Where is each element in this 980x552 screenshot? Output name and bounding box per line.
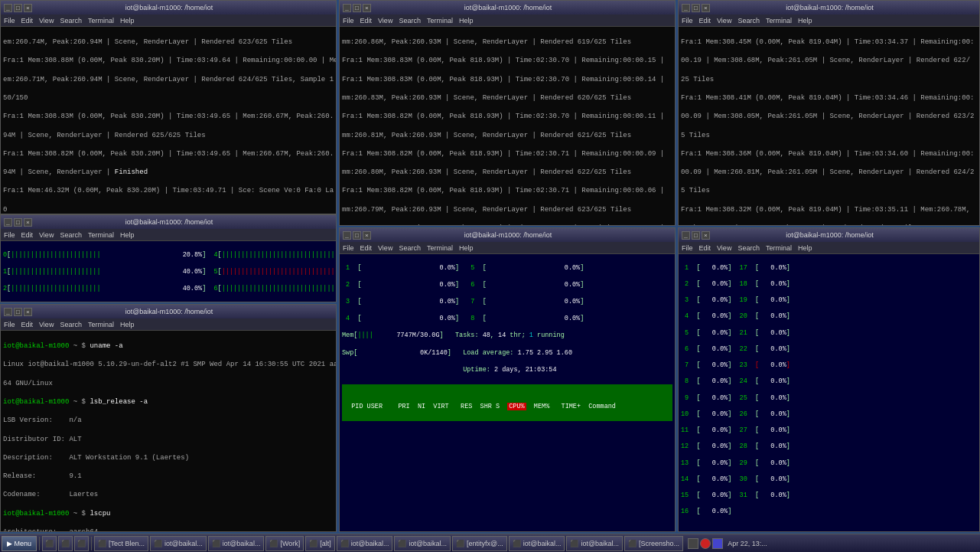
lscpu-menu-view[interactable]: View: [39, 321, 54, 328]
taskbar-item-alt[interactable]: ⬛ [alt]: [305, 536, 335, 551]
right-htop-menu-terminal[interactable]: Terminal: [766, 244, 792, 252]
menu-help-r[interactable]: Help: [798, 17, 812, 24]
start-button[interactable]: ▶ Menu: [2, 536, 37, 551]
menu-bar-m[interactable]: File Edit View Search Terminal Help: [340, 15, 675, 27]
htop-controls[interactable]: _ □ ×: [4, 218, 32, 227]
top-right-terminal[interactable]: _ □ × iot@baikal-m1000: /home/iot File E…: [678, 0, 980, 226]
right-htop-menu-view[interactable]: View: [717, 244, 731, 252]
lscpu-menu-help[interactable]: Help: [120, 321, 135, 328]
taskbar-item-iot5[interactable]: ⬛ iot@baikal...: [509, 536, 565, 551]
middle-htop-menu-help[interactable]: Help: [459, 244, 474, 252]
taskbar-item-iot4[interactable]: ⬛ iot@baikal...: [394, 536, 451, 551]
close-btn-m[interactable]: ×: [363, 4, 371, 12]
htop-menu-terminal[interactable]: Terminal: [88, 231, 114, 239]
right-htop-menu-file[interactable]: File: [682, 244, 693, 252]
menu-view[interactable]: View: [39, 17, 54, 24]
top-middle-terminal[interactable]: _ □ × iot@baikal-m1000: /home/iot File E…: [339, 0, 676, 226]
middle-htop-menu-edit[interactable]: Edit: [360, 244, 373, 252]
htop-minimize[interactable]: _: [4, 218, 12, 227]
window-controls-r[interactable]: _ □ ×: [682, 4, 710, 12]
taskbar-item-iot6[interactable]: ⬛ iot@baikal...: [566, 536, 623, 551]
menu-edit-r[interactable]: Edit: [699, 17, 711, 24]
window-controls-m[interactable]: _ □ ×: [343, 4, 371, 12]
menu-file-r[interactable]: File: [682, 17, 693, 24]
menu-terminal-m[interactable]: Terminal: [427, 17, 453, 24]
right-htop-minimize[interactable]: _: [682, 231, 690, 240]
window-controls[interactable]: _ □ ×: [4, 4, 32, 12]
htop-menu-edit[interactable]: Edit: [21, 231, 34, 239]
menu-search[interactable]: Search: [60, 17, 82, 24]
tray-icon-2[interactable]: [700, 538, 711, 549]
lscpu-close[interactable]: ×: [24, 308, 32, 316]
menu-file-m[interactable]: File: [343, 17, 354, 24]
lscpu-terminal[interactable]: _ □ × iot@baikal-m1000: /home/iot File E…: [0, 304, 337, 532]
maximize-btn[interactable]: □: [14, 4, 22, 12]
middle-htop-menu-view[interactable]: View: [378, 244, 392, 252]
menu-file[interactable]: File: [4, 17, 15, 24]
taskbar-item-blender[interactable]: ⬛ [Tect Blen...: [94, 536, 148, 551]
htop-menu[interactable]: File Edit View Search Terminal Help: [1, 229, 336, 241]
lscpu-menu-edit[interactable]: Edit: [21, 321, 34, 328]
menu-view-m[interactable]: View: [378, 17, 392, 24]
menu-bar[interactable]: File Edit View Search Terminal Help: [1, 15, 336, 27]
quicklaunch-1[interactable]: ⬛: [42, 536, 57, 551]
minimize-btn[interactable]: _: [4, 4, 12, 12]
close-btn[interactable]: ×: [24, 4, 32, 12]
middle-htop-controls[interactable]: _ □ ×: [343, 231, 371, 240]
lscpu-menu-file[interactable]: File: [4, 321, 15, 328]
htop-menu-help[interactable]: Help: [120, 231, 135, 239]
lscpu-menu[interactable]: File Edit View Search Terminal Help: [1, 318, 336, 331]
tray-icon-1[interactable]: [688, 538, 698, 549]
taskbar-item-entity[interactable]: ⬛ [entityfx@...: [452, 536, 507, 551]
quicklaunch-2[interactable]: ⬛: [58, 536, 73, 551]
middle-htop-minimize[interactable]: _: [343, 231, 351, 240]
menu-search-m[interactable]: Search: [399, 17, 421, 24]
htop-maximize[interactable]: □: [14, 218, 22, 227]
right-htop-menu-search[interactable]: Search: [737, 244, 760, 252]
maximize-btn-r[interactable]: □: [692, 4, 700, 12]
taskbar-item-iot3[interactable]: ⬛ iot@baikal...: [337, 536, 393, 551]
quicklaunch-3[interactable]: ⬛: [74, 536, 89, 551]
menu-view-r[interactable]: View: [717, 17, 731, 24]
middle-htop-maximize[interactable]: □: [353, 231, 361, 240]
menu-help-m[interactable]: Help: [459, 17, 474, 24]
middle-htop-close[interactable]: ×: [363, 231, 371, 240]
middle-htop-menu-file[interactable]: File: [343, 244, 354, 252]
htop-menu-search[interactable]: Search: [60, 231, 82, 239]
close-btn-r[interactable]: ×: [702, 4, 710, 12]
menu-edit[interactable]: Edit: [21, 17, 34, 24]
tray-icon-3[interactable]: [712, 538, 723, 549]
htop-window[interactable]: _ □ × iot@baikal-m1000: /home/iot File E…: [0, 214, 337, 302]
menu-terminal-r[interactable]: Terminal: [766, 17, 792, 24]
taskbar-item-iot1[interactable]: ⬛ iot@baikal...: [150, 536, 207, 551]
right-htop-maximize[interactable]: □: [692, 231, 700, 240]
top-left-terminal[interactable]: _ □ × iot@baikal-m1000: /home/iot File E…: [0, 0, 337, 214]
middle-htop-menu-search[interactable]: Search: [399, 244, 421, 252]
middle-htop-menu[interactable]: File Edit View Search Terminal Help: [340, 242, 675, 254]
menu-edit-m[interactable]: Edit: [360, 17, 373, 24]
lscpu-menu-terminal[interactable]: Terminal: [88, 321, 114, 328]
htop-close[interactable]: ×: [24, 218, 32, 227]
minimize-btn-m[interactable]: _: [343, 4, 351, 12]
menu-help[interactable]: Help: [120, 17, 135, 24]
lscpu-minimize[interactable]: _: [4, 308, 12, 316]
right-htop[interactable]: _ □ × iot@baikal-m1000: /home/iot File E…: [678, 227, 980, 532]
htop-menu-view[interactable]: View: [39, 231, 54, 239]
menu-bar-r[interactable]: File Edit View Search Terminal Help: [679, 15, 979, 27]
taskbar-item-work[interactable]: ⬛ [Work]: [265, 536, 304, 551]
lscpu-menu-search[interactable]: Search: [60, 321, 82, 328]
right-htop-menu[interactable]: File Edit View Search Terminal Help: [679, 242, 979, 254]
maximize-btn-m[interactable]: □: [353, 4, 361, 12]
right-htop-controls[interactable]: _ □ ×: [682, 231, 710, 240]
right-htop-menu-edit[interactable]: Edit: [699, 244, 711, 252]
taskbar-item-screenshot[interactable]: ⬛ [Screensho...: [624, 536, 683, 551]
taskbar-item-iot2[interactable]: ⬛ iot@baikal...: [208, 536, 265, 551]
middle-htop-menu-terminal[interactable]: Terminal: [427, 244, 453, 252]
middle-htop[interactable]: _ □ × iot@baikal-m1000: /home/iot File E…: [339, 227, 676, 532]
lscpu-controls[interactable]: _ □ ×: [4, 308, 32, 316]
menu-search-r[interactable]: Search: [737, 17, 760, 24]
menu-terminal[interactable]: Terminal: [88, 17, 114, 24]
right-htop-menu-help[interactable]: Help: [798, 244, 812, 252]
minimize-btn-r[interactable]: _: [682, 4, 690, 12]
lscpu-maximize[interactable]: □: [14, 308, 22, 316]
